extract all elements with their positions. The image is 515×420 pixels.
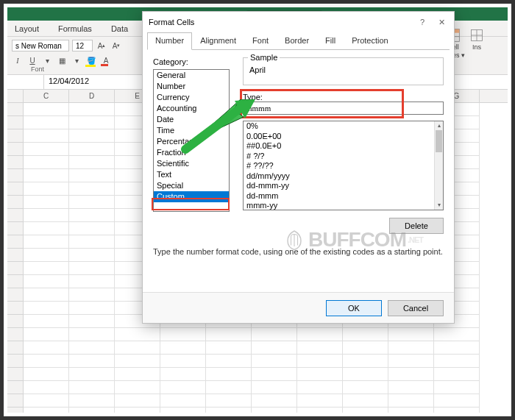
tab-font[interactable]: Font <box>244 32 277 50</box>
cell[interactable] <box>69 394 115 407</box>
cell[interactable] <box>252 328 297 341</box>
cell[interactable] <box>69 143 115 156</box>
cell[interactable] <box>343 407 388 413</box>
cell[interactable] <box>388 355 434 368</box>
cell[interactable] <box>69 275 115 288</box>
cell[interactable] <box>69 288 115 302</box>
cell[interactable] <box>388 407 434 413</box>
cell[interactable] <box>252 341 297 355</box>
format-item[interactable]: dd/mm/yyyy <box>244 171 434 182</box>
format-item[interactable]: # ??/?? <box>244 161 434 171</box>
tab-alignment[interactable]: Alignment <box>192 32 244 50</box>
ok-button[interactable]: OK <box>326 300 382 316</box>
cell[interactable] <box>24 381 69 394</box>
cell[interactable] <box>24 182 69 196</box>
cell[interactable] <box>343 394 388 407</box>
cell[interactable] <box>252 355 297 368</box>
cell[interactable] <box>24 196 69 209</box>
scrollbar[interactable]: ▴ ▾ <box>434 121 443 210</box>
category-item[interactable]: Text <box>154 169 229 180</box>
cell[interactable] <box>206 341 252 355</box>
cell[interactable] <box>297 355 343 368</box>
italic-icon[interactable]: I <box>12 54 24 66</box>
cell[interactable] <box>115 355 160 368</box>
cell[interactable] <box>69 222 115 235</box>
scroll-down-icon[interactable]: ▾ <box>435 201 443 210</box>
cell[interactable] <box>160 394 206 407</box>
cell[interactable] <box>343 328 388 341</box>
cell[interactable] <box>24 302 69 315</box>
cell[interactable] <box>24 407 69 413</box>
cell[interactable] <box>434 341 480 355</box>
cell[interactable] <box>115 328 160 341</box>
cell[interactable] <box>69 381 115 394</box>
tab-formulas[interactable]: Formulas <box>55 24 95 33</box>
cell[interactable] <box>69 129 115 143</box>
category-list[interactable]: GeneralNumberCurrencyAccountingDateTimeP… <box>153 69 230 212</box>
cell[interactable] <box>206 355 252 368</box>
cell[interactable] <box>343 381 388 394</box>
cell[interactable] <box>297 381 343 394</box>
format-item[interactable]: mmm-yy <box>244 201 434 210</box>
cell[interactable] <box>24 103 69 116</box>
col-header[interactable]: D <box>69 90 115 102</box>
cell[interactable] <box>434 394 480 407</box>
cell[interactable] <box>69 156 115 169</box>
cell[interactable] <box>388 394 434 407</box>
cell[interactable] <box>24 249 69 262</box>
tab-number[interactable]: Number <box>147 32 192 50</box>
type-input[interactable] <box>243 102 444 115</box>
cell[interactable] <box>24 209 69 222</box>
cell[interactable] <box>297 368 343 381</box>
cell[interactable] <box>24 368 69 381</box>
font-size-combo[interactable]: 12 <box>72 40 93 51</box>
cell[interactable] <box>434 407 480 413</box>
category-item[interactable]: Accounting <box>154 103 229 114</box>
cell[interactable] <box>297 341 343 355</box>
cell[interactable] <box>24 222 69 235</box>
tab-data[interactable]: Data <box>108 24 131 33</box>
scroll-thumb[interactable] <box>436 130 442 152</box>
cell[interactable] <box>343 368 388 381</box>
cell[interactable] <box>434 368 480 381</box>
cell[interactable] <box>24 288 69 302</box>
cell[interactable] <box>69 196 115 209</box>
cell[interactable] <box>252 407 297 413</box>
close-icon[interactable]: ✕ <box>435 15 448 29</box>
category-item[interactable]: Fraction <box>154 147 229 158</box>
cell[interactable] <box>69 169 115 182</box>
tab-fill[interactable]: Fill <box>317 32 344 50</box>
increase-font-icon[interactable]: A▴ <box>96 40 107 51</box>
category-item[interactable]: General <box>154 70 229 81</box>
cell[interactable] <box>69 182 115 196</box>
cell[interactable] <box>206 381 252 394</box>
cell[interactable] <box>206 328 252 341</box>
cell[interactable] <box>160 407 206 413</box>
cell[interactable] <box>434 355 480 368</box>
fill-color-icon[interactable]: 🪣 <box>85 54 97 66</box>
cell[interactable] <box>69 103 115 116</box>
format-list[interactable]: 0%0.00E+00##0.0E+0# ?/?# ??/??dd/mm/yyyy… <box>243 121 444 210</box>
cell[interactable] <box>206 394 252 407</box>
cell[interactable] <box>160 368 206 381</box>
cell[interactable] <box>388 328 434 341</box>
cell[interactable] <box>160 355 206 368</box>
format-item[interactable]: 0% <box>244 121 434 132</box>
category-item[interactable]: Special <box>154 180 229 191</box>
cell[interactable] <box>115 381 160 394</box>
cell[interactable] <box>24 328 69 341</box>
format-item[interactable]: dd-mmm-yy <box>244 181 434 191</box>
cell[interactable] <box>434 328 480 341</box>
cell[interactable] <box>434 381 480 394</box>
cell[interactable] <box>24 394 69 407</box>
cell[interactable] <box>297 394 343 407</box>
cell[interactable] <box>115 407 160 413</box>
cell[interactable] <box>160 328 206 341</box>
help-icon[interactable]: ? <box>416 15 429 29</box>
format-item[interactable]: ##0.0E+0 <box>244 141 434 152</box>
cell[interactable] <box>24 169 69 182</box>
tab-layout[interactable]: Layout <box>12 24 42 33</box>
border-icon[interactable]: ▦ <box>56 54 68 66</box>
cell[interactable] <box>24 116 69 129</box>
cell[interactable] <box>115 368 160 381</box>
